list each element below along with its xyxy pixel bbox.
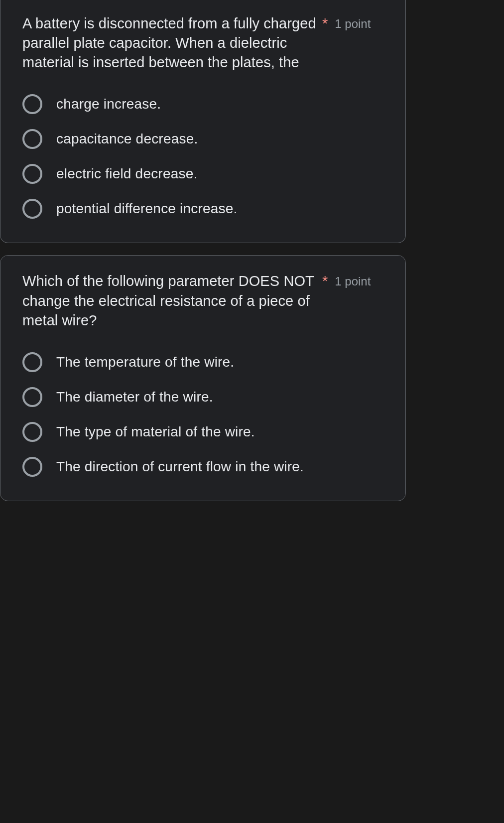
radio-option[interactable]: The type of material of the wire. [22,422,385,442]
option-label: The temperature of the wire. [56,354,234,370]
radio-option[interactable]: capacitance decrease. [22,129,385,149]
radio-option[interactable]: The diameter of the wire. [22,387,385,407]
radio-icon [22,352,42,372]
option-label: The diameter of the wire. [56,389,213,405]
radio-icon [22,164,42,184]
question-header: Which of the following parameter DOES NO… [22,272,385,330]
option-label: electric field decrease. [56,166,197,182]
radio-icon [22,199,42,219]
question-points: 1 point [335,272,371,290]
question-text: A battery is disconnected from a fully c… [22,14,316,72]
radio-icon [22,94,42,114]
required-asterisk: * [322,14,328,33]
option-label: The direction of current flow in the wir… [56,459,304,475]
radio-option[interactable]: The direction of current flow in the wir… [22,457,385,477]
radio-icon [22,129,42,149]
question-header: A battery is disconnected from a fully c… [22,14,385,72]
question-text: Which of the following parameter DOES NO… [22,272,316,330]
question-points: 1 point [335,14,371,33]
options-group: charge increase. capacitance decrease. e… [22,94,385,219]
radio-option[interactable]: potential difference increase. [22,199,385,219]
option-label: capacitance decrease. [56,131,198,147]
radio-icon [22,457,42,477]
radio-option[interactable]: electric field decrease. [22,164,385,184]
radio-icon [22,422,42,442]
option-label: The type of material of the wire. [56,424,255,440]
question-card: Which of the following parameter DOES NO… [0,255,406,501]
radio-option[interactable]: charge increase. [22,94,385,114]
option-label: charge increase. [56,96,161,112]
form-viewport: A battery is disconnected from a fully c… [0,0,504,501]
options-group: The temperature of the wire. The diamete… [22,352,385,477]
radio-option[interactable]: The temperature of the wire. [22,352,385,372]
question-card: A battery is disconnected from a fully c… [0,0,406,243]
required-asterisk: * [322,272,328,291]
option-label: potential difference increase. [56,201,238,217]
radio-icon [22,387,42,407]
